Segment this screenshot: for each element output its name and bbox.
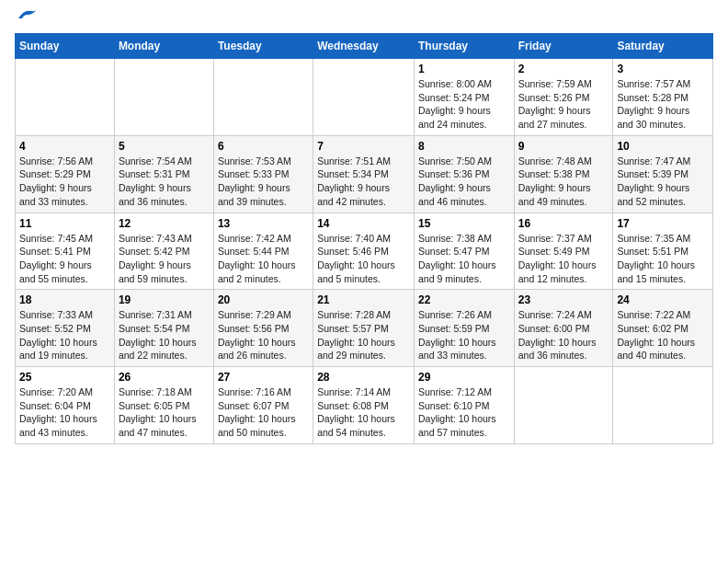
day-number: 8 (418, 140, 510, 153)
day-info: Sunrise: 7:12 AM Sunset: 6:10 PM Dayligh… (418, 385, 510, 440)
calendar-cell: 6Sunrise: 7:53 AM Sunset: 5:33 PM Daylig… (213, 135, 313, 213)
calendar-cell: 24Sunrise: 7:22 AM Sunset: 6:02 PM Dayli… (613, 290, 713, 367)
day-number: 10 (617, 140, 709, 153)
calendar-header: SundayMondayTuesdayWednesdayThursdayFrid… (16, 34, 713, 59)
day-info: Sunrise: 7:24 AM Sunset: 6:00 PM Dayligh… (518, 308, 609, 362)
calendar-cell: 13Sunrise: 7:42 AM Sunset: 5:44 PM Dayli… (213, 213, 313, 290)
day-number: 25 (19, 371, 110, 384)
day-number: 13 (218, 217, 309, 230)
day-info: Sunrise: 7:31 AM Sunset: 5:54 PM Dayligh… (119, 308, 210, 362)
calendar-body: 1Sunrise: 8:00 AM Sunset: 5:24 PM Daylig… (16, 59, 713, 444)
logo (15, 15, 37, 22)
day-info: Sunrise: 7:16 AM Sunset: 6:07 PM Dayligh… (218, 385, 309, 440)
day-info: Sunrise: 7:45 AM Sunset: 5:41 PM Dayligh… (19, 232, 110, 286)
calendar-cell (16, 59, 115, 136)
day-info: Sunrise: 7:56 AM Sunset: 5:29 PM Dayligh… (19, 155, 110, 209)
calendar-cell: 5Sunrise: 7:54 AM Sunset: 5:31 PM Daylig… (114, 135, 213, 213)
day-info: Sunrise: 7:28 AM Sunset: 5:57 PM Dayligh… (317, 308, 410, 362)
calendar-cell: 27Sunrise: 7:16 AM Sunset: 6:07 PM Dayli… (213, 367, 313, 444)
day-number: 23 (518, 293, 609, 306)
day-number: 1 (418, 63, 510, 75)
header-day-friday: Friday (514, 34, 613, 59)
day-info: Sunrise: 7:26 AM Sunset: 5:59 PM Dayligh… (418, 308, 510, 362)
day-number: 27 (218, 371, 309, 384)
calendar-cell (313, 59, 415, 136)
calendar-cell: 26Sunrise: 7:18 AM Sunset: 6:05 PM Dayli… (114, 367, 213, 444)
header-day-wednesday: Wednesday (313, 34, 415, 59)
day-info: Sunrise: 7:43 AM Sunset: 5:42 PM Dayligh… (119, 232, 210, 286)
header-day-monday: Monday (114, 34, 213, 59)
day-info: Sunrise: 7:53 AM Sunset: 5:33 PM Dayligh… (218, 155, 309, 209)
day-number: 6 (218, 140, 309, 153)
header-day-saturday: Saturday (613, 34, 713, 59)
day-number: 12 (119, 217, 210, 230)
day-number: 21 (317, 293, 410, 306)
calendar-cell: 19Sunrise: 7:31 AM Sunset: 5:54 PM Dayli… (114, 290, 213, 367)
calendar-cell: 10Sunrise: 7:47 AM Sunset: 5:39 PM Dayli… (613, 135, 713, 213)
day-number: 9 (518, 140, 609, 153)
day-number: 15 (418, 217, 510, 230)
day-number: 17 (617, 217, 709, 230)
day-number: 24 (617, 293, 709, 306)
calendar-cell: 3Sunrise: 7:57 AM Sunset: 5:28 PM Daylig… (613, 59, 713, 136)
day-info: Sunrise: 7:37 AM Sunset: 5:49 PM Dayligh… (518, 232, 609, 286)
calendar-cell: 14Sunrise: 7:40 AM Sunset: 5:46 PM Dayli… (313, 213, 415, 290)
day-number: 14 (317, 217, 410, 230)
calendar-cell: 18Sunrise: 7:33 AM Sunset: 5:52 PM Dayli… (16, 290, 115, 367)
day-number: 4 (19, 140, 110, 153)
calendar-cell: 22Sunrise: 7:26 AM Sunset: 5:59 PM Dayli… (414, 290, 514, 367)
day-number: 2 (518, 63, 609, 75)
day-number: 18 (19, 293, 110, 306)
day-info: Sunrise: 7:48 AM Sunset: 5:38 PM Dayligh… (518, 155, 609, 209)
day-info: Sunrise: 7:54 AM Sunset: 5:31 PM Dayligh… (119, 155, 210, 209)
day-number: 20 (218, 293, 309, 306)
day-number: 3 (617, 63, 709, 75)
calendar-cell: 9Sunrise: 7:48 AM Sunset: 5:38 PM Daylig… (514, 135, 613, 213)
header-row: SundayMondayTuesdayWednesdayThursdayFrid… (16, 34, 713, 59)
calendar-cell: 20Sunrise: 7:29 AM Sunset: 5:56 PM Dayli… (213, 290, 313, 367)
calendar-cell: 12Sunrise: 7:43 AM Sunset: 5:42 PM Dayli… (114, 213, 213, 290)
day-info: Sunrise: 7:14 AM Sunset: 6:08 PM Dayligh… (317, 385, 410, 440)
day-info: Sunrise: 7:22 AM Sunset: 6:02 PM Dayligh… (617, 308, 709, 362)
day-info: Sunrise: 7:50 AM Sunset: 5:36 PM Dayligh… (418, 155, 510, 209)
calendar-cell: 15Sunrise: 7:38 AM Sunset: 5:47 PM Dayli… (414, 213, 514, 290)
calendar-cell: 7Sunrise: 7:51 AM Sunset: 5:34 PM Daylig… (313, 135, 415, 213)
calendar-cell: 21Sunrise: 7:28 AM Sunset: 5:57 PM Dayli… (313, 290, 415, 367)
day-info: Sunrise: 7:40 AM Sunset: 5:46 PM Dayligh… (317, 232, 410, 286)
calendar-cell: 8Sunrise: 7:50 AM Sunset: 5:36 PM Daylig… (414, 135, 514, 213)
day-number: 5 (119, 140, 210, 153)
day-info: Sunrise: 7:18 AM Sunset: 6:05 PM Dayligh… (119, 385, 210, 440)
week-row-3: 11Sunrise: 7:45 AM Sunset: 5:41 PM Dayli… (16, 213, 713, 290)
day-info: Sunrise: 7:33 AM Sunset: 5:52 PM Dayligh… (19, 308, 110, 362)
day-number: 28 (317, 371, 410, 384)
calendar-cell (213, 59, 313, 136)
calendar-cell (114, 59, 213, 136)
calendar-cell: 2Sunrise: 7:59 AM Sunset: 5:26 PM Daylig… (514, 59, 613, 136)
calendar-cell: 1Sunrise: 8:00 AM Sunset: 5:24 PM Daylig… (414, 59, 514, 136)
week-row-1: 1Sunrise: 8:00 AM Sunset: 5:24 PM Daylig… (16, 59, 713, 136)
header-day-sunday: Sunday (16, 34, 115, 59)
calendar-cell (613, 367, 713, 444)
page-header (15, 15, 713, 22)
calendar-cell: 28Sunrise: 7:14 AM Sunset: 6:08 PM Dayli… (313, 367, 415, 444)
day-info: Sunrise: 7:51 AM Sunset: 5:34 PM Dayligh… (317, 155, 410, 209)
week-row-4: 18Sunrise: 7:33 AM Sunset: 5:52 PM Dayli… (16, 290, 713, 367)
day-number: 7 (317, 140, 410, 153)
day-info: Sunrise: 7:35 AM Sunset: 5:51 PM Dayligh… (617, 232, 709, 286)
week-row-5: 25Sunrise: 7:20 AM Sunset: 6:04 PM Dayli… (16, 367, 713, 444)
header-day-tuesday: Tuesday (213, 34, 313, 59)
day-info: Sunrise: 8:00 AM Sunset: 5:24 PM Dayligh… (418, 77, 510, 132)
calendar-cell: 4Sunrise: 7:56 AM Sunset: 5:29 PM Daylig… (16, 135, 115, 213)
calendar-table: SundayMondayTuesdayWednesdayThursdayFrid… (15, 33, 713, 444)
calendar-cell (514, 367, 613, 444)
day-info: Sunrise: 7:59 AM Sunset: 5:26 PM Dayligh… (518, 77, 609, 132)
day-info: Sunrise: 7:47 AM Sunset: 5:39 PM Dayligh… (617, 155, 709, 209)
day-info: Sunrise: 7:20 AM Sunset: 6:04 PM Dayligh… (19, 385, 110, 440)
calendar-cell: 16Sunrise: 7:37 AM Sunset: 5:49 PM Dayli… (514, 213, 613, 290)
day-number: 11 (19, 217, 110, 230)
logo-bird-icon (17, 7, 37, 22)
calendar-cell: 11Sunrise: 7:45 AM Sunset: 5:41 PM Dayli… (16, 213, 115, 290)
day-info: Sunrise: 7:38 AM Sunset: 5:47 PM Dayligh… (418, 232, 510, 286)
day-number: 26 (119, 371, 210, 384)
day-info: Sunrise: 7:29 AM Sunset: 5:56 PM Dayligh… (218, 308, 309, 362)
